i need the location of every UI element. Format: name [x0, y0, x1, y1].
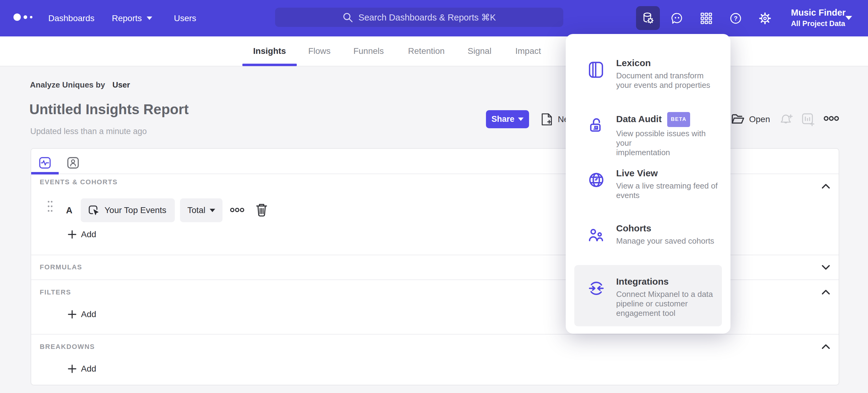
row-drag-handle[interactable] — [46, 199, 54, 214]
top-nav: Dashboards Reports Users Search Dashboar… — [0, 0, 868, 36]
search-placeholder: Search Dashboards & Reports ⌘K — [359, 12, 496, 23]
add-event-label: Add — [81, 229, 96, 240]
nav-dashboards[interactable]: Dashboards — [48, 0, 94, 36]
cohorts-people-icon — [588, 226, 605, 244]
aggregation-selector[interactable]: Total — [180, 198, 222, 222]
tab-insights[interactable]: Insights — [253, 36, 286, 66]
settings-button[interactable] — [754, 0, 776, 36]
beta-badge: BETA — [667, 112, 690, 127]
collapse-breakdowns-section-button[interactable] — [820, 341, 832, 353]
menu-item-live-view[interactable]: Live View View a live streaming feed of … — [574, 155, 722, 210]
collapse-filters-section-button[interactable] — [820, 286, 832, 298]
plus-icon — [68, 365, 76, 373]
ellipsis-icon — [824, 116, 839, 121]
live-view-globe-icon — [588, 171, 605, 189]
search-input[interactable]: Search Dashboards & Reports ⌘K — [275, 8, 563, 27]
delete-event-row-button[interactable] — [255, 203, 268, 217]
pulse-chart-icon — [39, 157, 51, 169]
page-title[interactable]: Untitled Insights Report — [29, 101, 189, 117]
filters-header: FILTERS — [40, 288, 71, 296]
add-to-board-button[interactable] — [801, 113, 815, 126]
analyze-line: Analyze Uniques by User — [30, 80, 130, 90]
events-mode-tab[interactable] — [39, 157, 51, 169]
more-actions-button[interactable] — [824, 116, 839, 121]
add-filter-button[interactable]: Add — [68, 307, 96, 322]
chevron-down-icon — [210, 209, 215, 212]
add-filter-label: Add — [81, 309, 96, 319]
bell-plus-icon — [779, 113, 793, 126]
help-button[interactable]: ? — [725, 0, 746, 36]
apps-grid-button[interactable] — [695, 0, 717, 36]
drag-dots-icon — [46, 199, 54, 214]
nav-reports[interactable]: Reports — [112, 0, 152, 36]
menu-item-title: Cohorts — [616, 222, 714, 234]
folder-open-icon — [731, 113, 745, 125]
project-name: Music Finder — [791, 6, 846, 19]
logo-dot — [24, 15, 27, 19]
share-button[interactable]: Share — [486, 110, 529, 128]
chevron-up-icon — [820, 180, 832, 192]
menu-item-text: Integrations Connect Mixpanel to a data … — [616, 276, 713, 326]
collapse-events-section-button[interactable] — [820, 180, 832, 192]
project-scope: All Project Data — [791, 19, 846, 28]
menu-item-title: Live View — [616, 167, 718, 179]
menu-item-integrations[interactable]: Integrations Connect Mixpanel to a data … — [574, 265, 722, 326]
new-document-icon — [540, 113, 553, 126]
event-row-options-button[interactable] — [230, 207, 245, 213]
menu-item-description: View a live streaming feed of events — [616, 181, 718, 200]
menu-item-title-text: Data Audit — [616, 114, 662, 124]
report-tabbar: Insights Flows Funnels Retention Signal … — [0, 36, 868, 66]
share-chevron-down-icon — [518, 117, 524, 121]
updated-status: Updated less than a minute ago — [30, 127, 147, 136]
data-management-button[interactable] — [636, 6, 660, 30]
event-selector[interactable]: Your Top Events — [81, 198, 175, 222]
tab-flows[interactable]: Flows — [308, 36, 331, 66]
feedback-button[interactable] — [666, 0, 688, 36]
active-mode-underline — [31, 172, 59, 174]
chevron-down-icon — [147, 17, 152, 20]
chevron-down-icon — [820, 261, 832, 273]
menu-item-title: Data AuditBETA — [616, 112, 722, 127]
logo-dot — [30, 16, 32, 18]
menu-item-text: Lexicon Document and transform your even… — [616, 57, 710, 100]
tab-impact[interactable]: Impact — [515, 36, 541, 66]
menu-item-data-audit[interactable]: Data AuditBETA View possible issues with… — [574, 100, 722, 155]
nav-reports-label: Reports — [112, 13, 142, 23]
menu-item-description: View possible issues with your implement… — [616, 129, 722, 157]
tab-retention[interactable]: Retention — [408, 36, 445, 66]
active-tab-underline — [242, 64, 297, 66]
event-name: Your Top Events — [104, 205, 166, 215]
project-chevron-down-icon[interactable] — [845, 16, 852, 20]
section-divider — [31, 334, 839, 335]
open-report-label: Open — [749, 114, 770, 124]
logo-dot — [13, 13, 21, 21]
open-report-button[interactable]: Open — [731, 111, 770, 128]
formulas-header: FORMULAS — [40, 263, 82, 271]
add-event-button[interactable]: Add — [68, 227, 96, 242]
plus-icon — [68, 310, 76, 319]
nav-users-label: Users — [174, 13, 196, 23]
menu-item-title: Lexicon — [616, 57, 710, 69]
tab-funnels[interactable]: Funnels — [353, 36, 384, 66]
expand-formulas-section-button[interactable] — [820, 261, 832, 273]
ellipsis-icon — [230, 207, 245, 213]
analyze-value-selector[interactable]: User — [113, 80, 130, 90]
svg-text:?: ? — [734, 15, 738, 22]
tab-signal[interactable]: Signal — [468, 36, 492, 66]
menu-item-title: Integrations — [616, 276, 713, 288]
project-selector[interactable]: Music Finder All Project Data — [791, 6, 846, 28]
add-breakdown-button[interactable]: Add — [68, 362, 96, 376]
users-mode-tab[interactable] — [67, 157, 79, 169]
feedback-bubble-icon — [671, 12, 683, 25]
chevron-up-icon — [820, 286, 832, 298]
add-breakdown-label: Add — [81, 364, 96, 374]
gear-icon — [759, 12, 771, 25]
menu-item-cohorts[interactable]: Cohorts Manage your saved cohorts — [574, 210, 722, 262]
alert-button[interactable] — [779, 113, 793, 126]
menu-item-description: Document and transform your events and p… — [616, 71, 710, 90]
menu-item-lexicon[interactable]: Lexicon Document and transform your even… — [574, 45, 722, 100]
share-label: Share — [492, 114, 515, 124]
data-audit-lock-icon — [588, 116, 605, 134]
mixpanel-logo[interactable] — [13, 13, 32, 21]
nav-users[interactable]: Users — [174, 0, 196, 36]
